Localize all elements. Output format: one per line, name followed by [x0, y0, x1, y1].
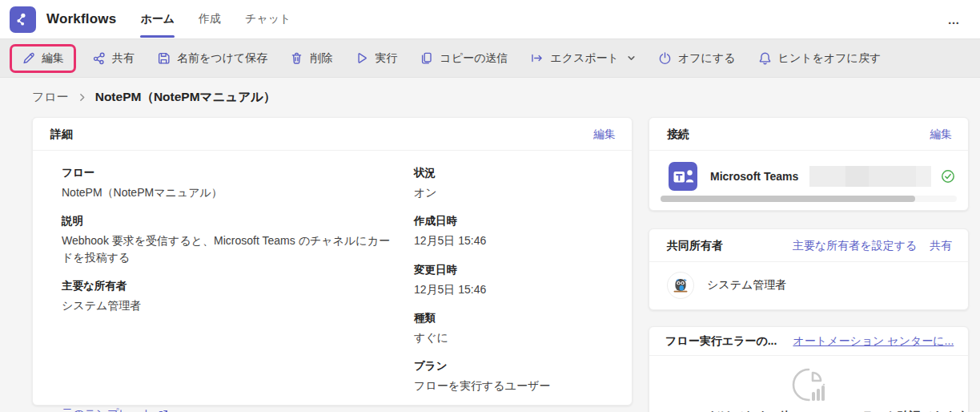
- run-label: 実行: [375, 51, 397, 66]
- save-as-icon: [157, 51, 171, 65]
- save-as-button[interactable]: 名前をつけて保存: [148, 46, 276, 71]
- analytics-pie-chart-icon: [788, 364, 829, 406]
- run-button[interactable]: 実行: [346, 46, 406, 71]
- field-primary-owner: 主要な所有者 システム管理者: [62, 279, 390, 313]
- redacted-account-text: [809, 166, 931, 187]
- run-errors-card: フロー実行エラーの... オートメーション センターに... このフローだけでな…: [649, 326, 969, 412]
- field-value: フローを実行するユーザー: [414, 378, 614, 394]
- field-value: 12月5日 15:46: [414, 281, 614, 297]
- microsoft-teams-icon: [669, 162, 697, 191]
- workflows-logo-icon[interactable]: [10, 6, 36, 33]
- save-as-label: 名前をつけて保存: [177, 51, 267, 66]
- field-value: システム管理者: [62, 297, 390, 313]
- field-label: 変更日時: [414, 263, 614, 277]
- field-type: 種類 すぐに: [414, 311, 614, 345]
- details-right-column: 状況 オン 作成日時 12月5日 15:46 変更日時 12月5日 15:46 …: [414, 166, 614, 407]
- export-button[interactable]: エクスポート: [521, 46, 645, 71]
- tab-chat[interactable]: チャット: [245, 0, 291, 38]
- app-header: Workflows ホーム 作成 チャット …: [0, 0, 980, 38]
- turn-off-button[interactable]: オフにする: [649, 46, 745, 71]
- export-label: エクスポート: [550, 51, 619, 66]
- automation-center-link[interactable]: オートメーション センターに...: [793, 334, 954, 349]
- trash-icon: [290, 51, 303, 65]
- owner-avatar: [667, 272, 694, 299]
- share-network-glyph: [14, 10, 32, 29]
- share-label: 共有: [112, 51, 135, 66]
- pencil-icon: [22, 51, 35, 65]
- set-primary-owner-link[interactable]: 主要な所有者を設定する: [793, 239, 917, 253]
- share-icon: [92, 51, 106, 65]
- field-label: 主要な所有者: [62, 279, 390, 293]
- open-external-icon: [158, 409, 169, 412]
- field-value: 12月5日 15:46: [414, 232, 614, 248]
- breadcrumb-flows-link[interactable]: フロー: [32, 90, 69, 105]
- edit-button-annotation-box: 編集: [10, 44, 76, 73]
- run-errors-clipped-text: このフローだけでなく、他のフローのエラーも確認できます: [649, 409, 968, 412]
- more-options-icon[interactable]: …: [943, 10, 966, 29]
- scrollbar-thumb[interactable]: [661, 196, 915, 202]
- co-owners-title: 共同所有者: [667, 239, 723, 253]
- delete-button[interactable]: 削除: [281, 46, 341, 71]
- connection-status-ok-icon: [941, 169, 955, 184]
- connection-name: Microsoft Teams: [710, 170, 798, 183]
- owner-name: システム管理者: [707, 278, 786, 293]
- original-template-link[interactable]: 元のテンプレート: [62, 407, 153, 412]
- send-copy-label: コピーの送信: [440, 51, 508, 66]
- connections-title: 接続: [667, 127, 689, 142]
- connections-card: 接続 編集 Microsoft Teams: [649, 117, 969, 211]
- details-title: 詳細: [50, 127, 73, 142]
- copy-icon: [420, 51, 433, 65]
- play-icon: [355, 51, 368, 65]
- field-description: 説明 Webhook 要求を受信すると、Microsoft Teams のチャネ…: [62, 214, 390, 265]
- delete-label: 削除: [310, 51, 332, 66]
- field-value: Webhook 要求を受信すると、Microsoft Teams のチャネルにカ…: [62, 232, 390, 265]
- field-created: 作成日時 12月5日 15:46: [414, 214, 614, 248]
- field-plan: プラン フローを実行するユーザー: [414, 359, 614, 394]
- field-label: プラン: [414, 359, 614, 374]
- field-value: すぐに: [414, 329, 614, 345]
- chevron-down-icon: [627, 54, 636, 63]
- field-label: 状況: [414, 166, 614, 180]
- connections-edit-link[interactable]: 編集: [930, 127, 952, 142]
- tab-create[interactable]: 作成: [199, 0, 221, 38]
- top-tabs: ホーム 作成 チャット: [140, 0, 291, 38]
- restore-hints-button[interactable]: ヒントをオフに戻す: [749, 46, 890, 71]
- restore-hints-label: ヒントをオフに戻す: [778, 51, 882, 66]
- field-value: オン: [414, 184, 614, 200]
- field-flow: フロー NotePM（NotePMマニュアル）: [62, 166, 390, 200]
- bell-icon: [758, 51, 772, 65]
- details-edit-link[interactable]: 編集: [593, 127, 616, 142]
- field-label: 種類: [414, 311, 614, 325]
- power-icon: [658, 51, 672, 65]
- chevron-right-icon: [78, 93, 86, 102]
- right-column: 接続 編集 Microsoft Teams: [649, 117, 969, 412]
- details-left-column: フロー NotePM（NotePMマニュアル） 説明 Webhook 要求を受信…: [62, 166, 414, 407]
- app-title: Workflows: [46, 11, 116, 27]
- field-label: 説明: [62, 214, 390, 228]
- tab-home[interactable]: ホーム: [140, 0, 175, 38]
- co-owners-share-link[interactable]: 共有: [930, 239, 952, 253]
- field-modified: 変更日時 12月5日 15:46: [414, 263, 614, 297]
- horizontal-scrollbar[interactable]: [661, 196, 957, 202]
- flow-toolbar: 編集 共有 名前をつけて保存 削除 実行 コピーの: [0, 38, 980, 78]
- field-status: 状況 オン: [414, 166, 614, 200]
- breadcrumb: フロー NotePM（NotePMマニュアル）: [32, 84, 953, 117]
- edit-label: 編集: [42, 51, 64, 66]
- field-label: 作成日時: [414, 214, 614, 228]
- send-copy-button[interactable]: コピーの送信: [411, 46, 516, 71]
- field-value: NotePM（NotePMマニュアル）: [62, 184, 390, 200]
- details-card: 詳細 編集 フロー NotePM（NotePMマニュアル） 説明 Webhook…: [32, 117, 633, 406]
- connection-row[interactable]: Microsoft Teams: [649, 151, 968, 191]
- owl-avatar-image: [668, 273, 693, 298]
- edit-button[interactable]: 編集: [17, 48, 69, 69]
- export-icon: [530, 51, 544, 65]
- run-errors-title: フロー実行エラーの...: [665, 334, 777, 349]
- turn-off-label: オフにする: [678, 51, 736, 66]
- field-label: フロー: [62, 166, 390, 180]
- share-button[interactable]: 共有: [83, 46, 143, 71]
- main-content: フロー NotePM（NotePMマニュアル） 詳細 編集 フロー NotePM…: [0, 78, 980, 412]
- breadcrumb-current-flow: NotePM（NotePMマニュアル）: [95, 89, 276, 106]
- owner-row: システム管理者: [649, 262, 968, 309]
- co-owners-card: 共同所有者 主要な所有者を設定する 共有: [649, 228, 969, 310]
